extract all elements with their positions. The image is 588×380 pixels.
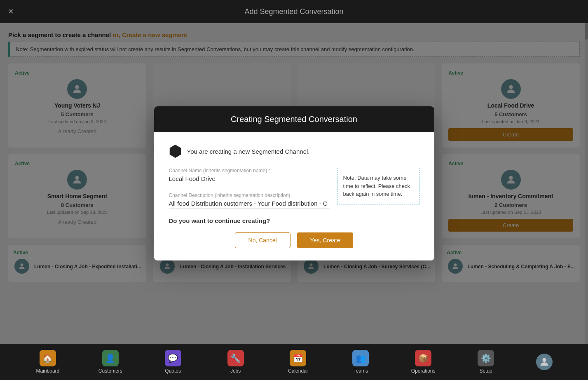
modal-body: You are creating a new Segmented Channel… (154, 132, 434, 260)
main-content: Pick a segment to create a channel or, C… (0, 23, 588, 344)
mainboard-icon: 🏠 (40, 350, 56, 366)
operations-icon: 📦 (415, 350, 431, 366)
modal-note-box: Note: Data may take some time to reflect… (337, 168, 419, 204)
jobs-icon: 🔧 (227, 350, 244, 366)
modal-confirm-text: Do you want to continue creating? (169, 217, 419, 224)
top-bar: × Add Segmented Conversation (0, 0, 588, 23)
modal-overlay: Creating Segmented Conversation You are … (0, 23, 588, 344)
nav-label-calendar: Calendar (288, 368, 308, 374)
nav-teams[interactable]: 👥 Teams (348, 350, 373, 374)
channel-desc-value: All food Distribution customers - Your F… (169, 200, 329, 209)
channel-name-label: Channel Name (inherits segmentation name… (169, 168, 329, 174)
modal-info-text: You are creating a new Segmented Channel… (187, 148, 310, 155)
nav-label-operations: Operations (411, 368, 436, 374)
hex-icon (169, 145, 182, 158)
confirm-button[interactable]: Yes, Create (297, 232, 354, 248)
channel-name-group: Channel Name (inherits segmentation name… (169, 168, 329, 184)
close-button[interactable]: × (8, 7, 14, 16)
channel-desc-group: Channel Description (inherits segmentati… (169, 192, 329, 209)
modal-fields-row: Channel Name (inherits segmentation name… (169, 168, 419, 209)
nav-label-quotes: Quotes (165, 368, 181, 374)
modal-dialog: Creating Segmented Conversation You are … (154, 106, 434, 260)
nav-label-setup: Setup (479, 368, 492, 374)
nav-label-customers: Customers (98, 368, 122, 374)
nav-label-mainboard: Mainboard (36, 368, 60, 374)
customers-icon: 👤 (102, 350, 119, 366)
nav-label-teams: Teams (354, 368, 368, 374)
quotes-icon: 💬 (165, 350, 181, 366)
nav-setup[interactable]: ⚙️ Setup (473, 350, 498, 374)
teams-icon: 👥 (352, 350, 369, 366)
dialog-title: Add Segmented Conversation (244, 7, 343, 16)
nav-label-jobs: Jobs (230, 368, 241, 374)
nav-quotes[interactable]: 💬 Quotes (161, 350, 185, 374)
nav-calendar[interactable]: 📅 Calendar (286, 350, 310, 374)
channel-name-value: Local Food Drive (169, 175, 329, 184)
nav-mainboard[interactable]: 🏠 Mainboard (35, 350, 60, 374)
channel-desc-label: Channel Description (inherits segmentati… (169, 192, 329, 198)
nav-jobs[interactable]: 🔧 Jobs (223, 350, 248, 374)
bottom-nav: 🏠 Mainboard 👤 Customers 💬 Quotes 🔧 Jobs … (0, 344, 588, 380)
modal-info-row: You are creating a new Segmented Channel… (169, 145, 419, 158)
nav-customers[interactable]: 👤 Customers (98, 350, 123, 374)
modal-header: Creating Segmented Conversation (154, 106, 434, 132)
nav-operations[interactable]: 📦 Operations (411, 350, 436, 374)
calendar-icon: 📅 (290, 350, 306, 366)
svg-point-8 (542, 358, 546, 362)
cancel-button[interactable]: No, Cancel (235, 232, 290, 248)
setup-icon: ⚙️ (478, 350, 494, 366)
user-avatar[interactable] (536, 354, 553, 370)
modal-actions: No, Cancel Yes, Create (169, 232, 419, 248)
